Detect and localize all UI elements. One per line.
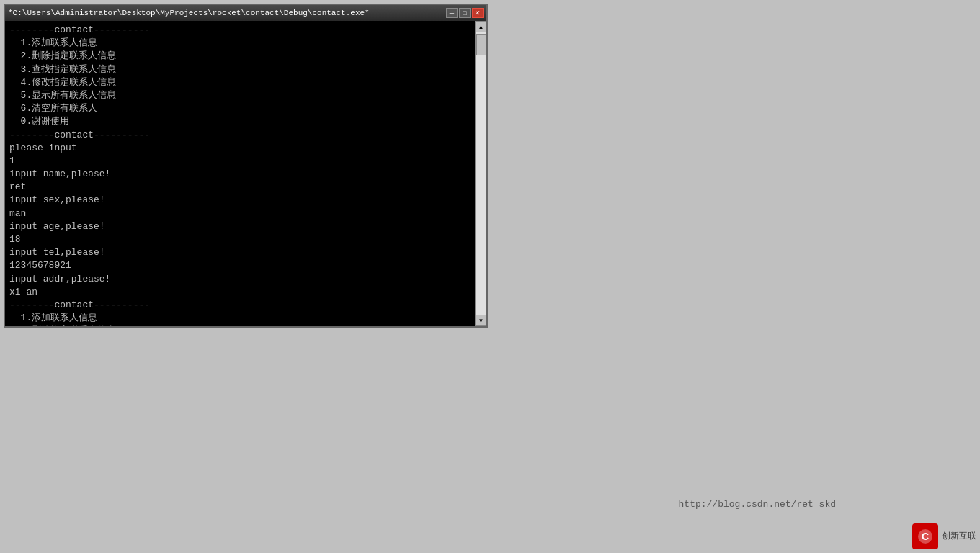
- svg-text:C: C: [922, 531, 929, 542]
- close-button[interactable]: ✕: [472, 8, 484, 18]
- minimize-button[interactable]: ─: [446, 8, 458, 18]
- logo-svg: C: [917, 528, 934, 545]
- window-body: --------contact---------- 1.添加联系人信息 2.删除…: [5, 21, 486, 326]
- scrollbar-track[interactable]: [476, 32, 486, 315]
- scrollbar[interactable]: ▲ ▼: [475, 21, 486, 326]
- window-controls: ─ □ ✕: [446, 8, 484, 18]
- titlebar: *C:\Users\Administrator\Desktop\MyProjec…: [5, 5, 486, 21]
- bottom-logo: C 创新互联: [912, 523, 976, 549]
- scroll-down-arrow[interactable]: ▼: [476, 315, 487, 326]
- terminal-window: *C:\Users\Administrator\Desktop\MyProjec…: [4, 4, 488, 328]
- logo-line1: 创新互联: [942, 531, 976, 542]
- logo-text: 创新互联: [942, 531, 976, 542]
- terminal-output: --------contact---------- 1.添加联系人信息 2.删除…: [5, 21, 475, 326]
- url-watermark: http://blog.csdn.net/ret_skd: [679, 499, 836, 510]
- logo-icon: C: [912, 523, 938, 549]
- maximize-button[interactable]: □: [459, 8, 471, 18]
- scroll-up-arrow[interactable]: ▲: [476, 21, 487, 32]
- scrollbar-thumb[interactable]: [476, 34, 486, 55]
- window-title: *C:\Users\Administrator\Desktop\MyProjec…: [8, 9, 370, 17]
